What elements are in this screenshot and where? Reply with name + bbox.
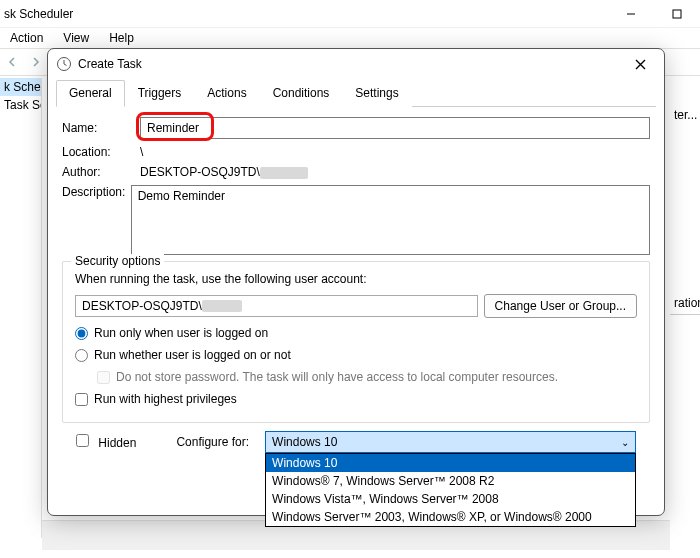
radio-logged-on[interactable]: Run only when user is logged on xyxy=(75,326,637,340)
actions-section: ration xyxy=(670,292,700,315)
dialog-title: Create Task xyxy=(78,57,142,71)
radio-anytime[interactable]: Run whether user is logged on or not xyxy=(75,348,637,362)
svg-rect-0 xyxy=(673,10,681,18)
checkbox-highest-input[interactable] xyxy=(75,393,88,406)
user-account-display: DESKTOP-OSQJ9TD\ xyxy=(75,295,478,317)
tree-item-library[interactable]: Task Sc xyxy=(0,96,41,114)
label-name: Name: xyxy=(62,121,140,135)
checkbox-hidden[interactable]: Hidden xyxy=(76,434,136,450)
configure-for-dropdown: Windows 10 Windows® 7, Windows Server™ 2… xyxy=(265,453,636,527)
checkbox-highest[interactable]: Run with highest privileges xyxy=(75,392,637,406)
main-window-title: sk Scheduler xyxy=(4,7,73,21)
checkbox-no-store-input xyxy=(97,371,110,384)
tab-general[interactable]: General xyxy=(56,80,125,107)
checkbox-no-store: Do not store password. The task will onl… xyxy=(97,370,637,384)
checkbox-hidden-input[interactable] xyxy=(76,434,89,447)
author-value: DESKTOP-OSQJ9TD\ xyxy=(140,165,308,179)
menu-action[interactable]: Action xyxy=(0,29,53,47)
location-value: \ xyxy=(140,145,143,159)
name-input[interactable] xyxy=(140,117,650,139)
label-author: Author: xyxy=(62,165,140,179)
tree-pane: k Sched Task Sc xyxy=(0,78,42,538)
menu-bar: Action View Help xyxy=(0,28,700,48)
clock-icon xyxy=(56,56,72,72)
option-2003[interactable]: Windows Server™ 2003, Windows® XP, or Wi… xyxy=(266,508,635,526)
toolbar-forward-icon[interactable] xyxy=(26,52,46,72)
tab-settings[interactable]: Settings xyxy=(342,80,411,107)
radio-logged-on-input[interactable] xyxy=(75,327,88,340)
actions-trail: ter... xyxy=(670,78,700,122)
maximize-button[interactable] xyxy=(654,0,700,28)
option-win7[interactable]: Windows® 7, Windows Server™ 2008 R2 xyxy=(266,472,635,490)
tree-item-root[interactable]: k Sched xyxy=(0,78,41,96)
toolbar-back-icon[interactable] xyxy=(2,52,22,72)
minimize-button[interactable] xyxy=(608,0,654,28)
tab-actions[interactable]: Actions xyxy=(194,80,259,107)
label-location: Location: xyxy=(62,145,140,159)
configure-for-combo[interactable]: Windows 10 ⌄ xyxy=(265,431,636,453)
tab-triggers[interactable]: Triggers xyxy=(125,80,195,107)
security-legend: Security options xyxy=(71,254,164,268)
chevron-down-icon: ⌄ xyxy=(621,437,629,448)
close-button[interactable] xyxy=(624,50,656,78)
user-account-label: When running the task, use the following… xyxy=(75,272,637,286)
change-user-button[interactable]: Change User or Group... xyxy=(484,294,637,318)
radio-anytime-input[interactable] xyxy=(75,349,88,362)
actions-pane: ter... ration xyxy=(670,78,700,538)
label-description: Description: xyxy=(62,185,131,199)
option-vista[interactable]: Windows Vista™, Windows Server™ 2008 xyxy=(266,490,635,508)
menu-view[interactable]: View xyxy=(53,29,99,47)
tab-conditions[interactable]: Conditions xyxy=(260,80,343,107)
option-win10[interactable]: Windows 10 xyxy=(266,454,635,472)
description-input[interactable]: Demo Reminder xyxy=(131,185,650,255)
create-task-dialog: Create Task General Triggers Actions Con… xyxy=(47,48,665,516)
menu-help[interactable]: Help xyxy=(99,29,144,47)
label-configure-for: Configure for: xyxy=(176,435,249,449)
